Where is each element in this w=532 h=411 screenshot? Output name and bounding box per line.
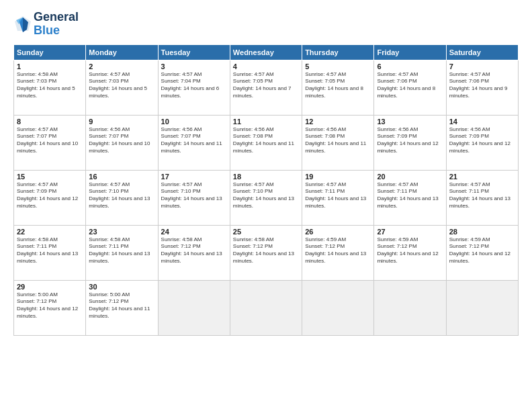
- th-saturday: Saturday: [446, 44, 518, 60]
- empty-cell: [302, 280, 374, 335]
- empty-cell: [374, 280, 446, 335]
- table-row: 26 Sunrise: 4:59 AM Sunset: 7:12 PM Dayl…: [302, 225, 374, 280]
- table-row: 1 Sunrise: 4:58 AM Sunset: 7:03 PM Dayli…: [14, 60, 86, 115]
- page: General Blue Sunday Monday Tuesday Wedne…: [0, 0, 532, 411]
- th-tuesday: Tuesday: [158, 44, 230, 60]
- logo: General Blue: [13, 11, 79, 38]
- table-row: 14 Sunrise: 4:56 AM Sunset: 7:09 PM Dayl…: [446, 115, 518, 170]
- logo-text: General Blue: [34, 11, 79, 38]
- table-row: 27 Sunrise: 4:59 AM Sunset: 7:12 PM Dayl…: [374, 225, 446, 280]
- table-row: 21 Sunrise: 4:57 AM Sunset: 7:11 PM Dayl…: [446, 170, 518, 225]
- week-row: 1 Sunrise: 4:58 AM Sunset: 7:03 PM Dayli…: [14, 60, 519, 115]
- week-row: 15 Sunrise: 4:57 AM Sunset: 7:09 PM Dayl…: [14, 170, 519, 225]
- table-row: 18 Sunrise: 4:57 AM Sunset: 7:10 PM Dayl…: [230, 170, 302, 225]
- table-row: 9 Sunrise: 4:56 AM Sunset: 7:07 PM Dayli…: [86, 115, 158, 170]
- table-row: 5 Sunrise: 4:57 AM Sunset: 7:05 PM Dayli…: [302, 60, 374, 115]
- table-row: 16 Sunrise: 4:57 AM Sunset: 7:10 PM Dayl…: [86, 170, 158, 225]
- th-thursday: Thursday: [302, 44, 374, 60]
- th-friday: Friday: [374, 44, 446, 60]
- table-row: 13 Sunrise: 4:56 AM Sunset: 7:09 PM Dayl…: [374, 115, 446, 170]
- table-row: 28 Sunrise: 4:59 AM Sunset: 7:12 PM Dayl…: [446, 225, 518, 280]
- table-row: 23 Sunrise: 4:58 AM Sunset: 7:11 PM Dayl…: [86, 225, 158, 280]
- table-row: 7 Sunrise: 4:57 AM Sunset: 7:06 PM Dayli…: [446, 60, 518, 115]
- table-row: 17 Sunrise: 4:57 AM Sunset: 7:10 PM Dayl…: [158, 170, 230, 225]
- week-row: 22 Sunrise: 4:58 AM Sunset: 7:11 PM Dayl…: [14, 225, 519, 280]
- table-row: 10 Sunrise: 4:56 AM Sunset: 7:07 PM Dayl…: [158, 115, 230, 170]
- th-sunday: Sunday: [14, 44, 86, 60]
- table-row: 20 Sunrise: 4:57 AM Sunset: 7:11 PM Dayl…: [374, 170, 446, 225]
- table-row: 22 Sunrise: 4:58 AM Sunset: 7:11 PM Dayl…: [14, 225, 86, 280]
- empty-cell: [446, 280, 518, 335]
- table-row: 30 Sunrise: 5:00 AM Sunset: 7:12 PM Dayl…: [86, 280, 158, 335]
- header: General Blue: [13, 11, 519, 38]
- week-row: 29 Sunrise: 5:00 AM Sunset: 7:12 PM Dayl…: [14, 280, 519, 335]
- table-row: 24 Sunrise: 4:58 AM Sunset: 7:12 PM Dayl…: [158, 225, 230, 280]
- table-row: 11 Sunrise: 4:56 AM Sunset: 7:08 PM Dayl…: [230, 115, 302, 170]
- table-row: 4 Sunrise: 4:57 AM Sunset: 7:05 PM Dayli…: [230, 60, 302, 115]
- table-row: 19 Sunrise: 4:57 AM Sunset: 7:11 PM Dayl…: [302, 170, 374, 225]
- table-row: 12 Sunrise: 4:56 AM Sunset: 7:08 PM Dayl…: [302, 115, 374, 170]
- logo-icon: [13, 15, 32, 34]
- weekday-header-row: Sunday Monday Tuesday Wednesday Thursday…: [14, 44, 519, 60]
- table-row: 6 Sunrise: 4:57 AM Sunset: 7:06 PM Dayli…: [374, 60, 446, 115]
- table-row: 8 Sunrise: 4:57 AM Sunset: 7:07 PM Dayli…: [14, 115, 86, 170]
- calendar: Sunday Monday Tuesday Wednesday Thursday…: [13, 44, 519, 336]
- th-wednesday: Wednesday: [230, 44, 302, 60]
- table-row: 2 Sunrise: 4:57 AM Sunset: 7:03 PM Dayli…: [86, 60, 158, 115]
- table-row: 3 Sunrise: 4:57 AM Sunset: 7:04 PM Dayli…: [158, 60, 230, 115]
- table-row: 15 Sunrise: 4:57 AM Sunset: 7:09 PM Dayl…: [14, 170, 86, 225]
- table-row: 29 Sunrise: 5:00 AM Sunset: 7:12 PM Dayl…: [14, 280, 86, 335]
- empty-cell: [158, 280, 230, 335]
- week-row: 8 Sunrise: 4:57 AM Sunset: 7:07 PM Dayli…: [14, 115, 519, 170]
- empty-cell: [230, 280, 302, 335]
- th-monday: Monday: [86, 44, 158, 60]
- table-row: 25 Sunrise: 4:58 AM Sunset: 7:12 PM Dayl…: [230, 225, 302, 280]
